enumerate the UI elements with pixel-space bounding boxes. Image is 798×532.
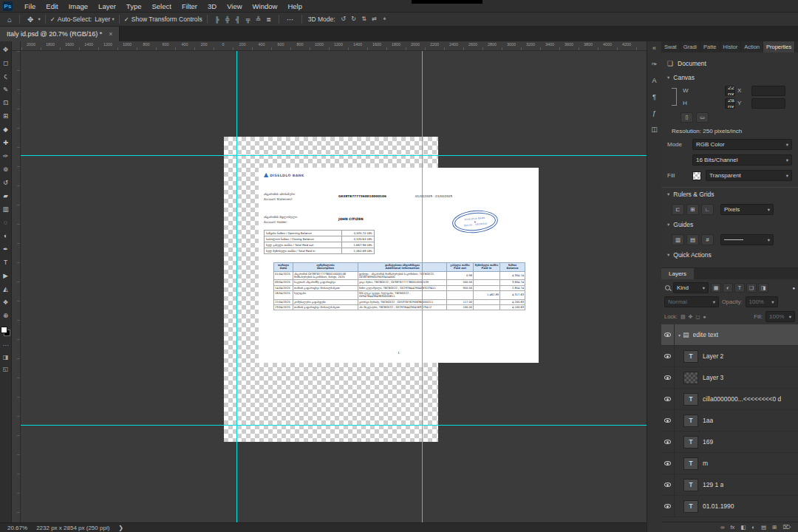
pen-tool[interactable]: ✒: [0, 242, 12, 256]
text-layer-thumbnail[interactable]: T: [683, 500, 698, 513]
history-brush-tool[interactable]: ↺: [0, 176, 12, 189]
visibility-toggle[interactable]: [661, 453, 675, 474]
edit-toolbar-icon[interactable]: ⋯: [0, 339, 12, 351]
show-transform-controls-checkbox[interactable]: ✓ Show Transform Controls: [124, 16, 202, 23]
collapse-panels-icon[interactable]: «: [652, 44, 656, 52]
dodge-tool[interactable]: ◐: [0, 229, 12, 242]
visibility-toggle[interactable]: [661, 496, 675, 516]
lock-all-icon[interactable]: ●: [703, 314, 706, 320]
gradient-tool[interactable]: ▥: [0, 202, 12, 216]
layer-name[interactable]: m: [703, 460, 708, 467]
clone-stamp-tool[interactable]: ⊚: [0, 163, 12, 176]
text-layer-thumbnail[interactable]: T: [683, 457, 698, 470]
layer-row[interactable]: Layer 3: [661, 367, 798, 389]
rulers-grids-section-header[interactable]: ▾ Rulers & Grids: [667, 188, 792, 201]
menu-type[interactable]: Type: [121, 2, 147, 10]
auto-select-target-dropdown[interactable]: Layer ▾: [95, 16, 115, 23]
visibility-toggle[interactable]: [661, 432, 675, 452]
menu-3d[interactable]: 3D: [202, 2, 222, 10]
bit-depth-dropdown[interactable]: 16 Bits/Channel ▾: [692, 154, 792, 166]
lock-image-icon[interactable]: ◻: [695, 314, 700, 320]
new-layer-icon[interactable]: ⊞: [772, 524, 777, 531]
pixel-filter-icon[interactable]: ▦: [711, 283, 721, 293]
quick-actions-section-header[interactable]: ▾ Quick Actions: [667, 248, 792, 262]
snap-toggle-icon[interactable]: ∟: [701, 204, 714, 215]
tab-properties[interactable]: Properties: [763, 41, 795, 52]
layer-row[interactable]: T m: [661, 453, 798, 474]
guides-section-header[interactable]: ▾ Guides: [667, 218, 792, 231]
menu-edit[interactable]: Edit: [41, 2, 63, 10]
x-field[interactable]: [751, 86, 785, 96]
layer-name[interactable]: edite text: [693, 331, 719, 338]
add-guide-icon[interactable]: ▥: [672, 234, 684, 245]
group-expand-chevron-icon[interactable]: ▾: [678, 332, 681, 338]
quick-mask-icon[interactable]: ◨: [0, 351, 12, 363]
align-right-icon[interactable]: ╣: [233, 16, 243, 23]
guide-horizontal-1[interactable]: [21, 155, 647, 156]
guide-vertical-1[interactable]: [236, 51, 237, 522]
vertical-ruler[interactable]: [12, 51, 21, 522]
crop-tool[interactable]: ⊡: [0, 96, 12, 109]
paragraph-panel-icon[interactable]: ¶: [652, 93, 656, 100]
brush-settings-icon[interactable]: ✑: [652, 61, 658, 68]
layer-effects-icon[interactable]: fx: [731, 524, 735, 531]
lasso-tool[interactable]: ς: [0, 69, 12, 83]
guide-horizontal-2[interactable]: [21, 425, 647, 426]
portrait-orientation-icon[interactable]: ▯: [681, 112, 693, 123]
layer-name[interactable]: 1aa: [703, 417, 713, 424]
canvas-fill-dropdown[interactable]: Transparent ▾: [706, 170, 792, 181]
horizontal-ruler[interactable]: 2000180016001400120010008006004002000200…: [21, 41, 647, 51]
blur-tool[interactable]: ◌: [0, 216, 12, 229]
menu-image[interactable]: Image: [64, 2, 93, 10]
distribute-icon[interactable]: ≣: [264, 16, 274, 23]
menu-view[interactable]: View: [222, 2, 247, 10]
blend-mode-dropdown[interactable]: Normal ▾: [664, 296, 719, 307]
healing-brush-tool[interactable]: ✚: [0, 136, 12, 149]
glyphs-panel-icon[interactable]: ƒ: [652, 109, 656, 117]
zoom-level-field[interactable]: 20.67%: [7, 525, 27, 531]
clear-guides-icon[interactable]: #: [701, 234, 714, 245]
layer-name[interactable]: 01.01.1990: [703, 502, 734, 510]
move-tool[interactable]: ✥: [0, 43, 12, 56]
shape-filter-icon[interactable]: ❏: [746, 283, 757, 293]
layer-name[interactable]: Layer 2: [703, 352, 723, 360]
tab-histogram[interactable]: Histor: [720, 41, 742, 52]
visibility-toggle[interactable]: [661, 346, 675, 366]
link-layers-icon[interactable]: ∞: [720, 524, 724, 531]
guide-vertical-2[interactable]: [422, 51, 423, 522]
color-mode-dropdown[interactable]: RGB Color ▾: [692, 139, 792, 150]
visibility-toggle[interactable]: [661, 367, 675, 388]
ruler-toggle-icon[interactable]: ⊏: [672, 204, 684, 215]
text-layer-thumbnail[interactable]: T: [683, 350, 698, 363]
menu-select[interactable]: Select: [146, 2, 176, 10]
libraries-panel-icon[interactable]: ◫: [651, 126, 658, 133]
align-bottom-icon[interactable]: ╩: [253, 16, 264, 23]
visibility-toggle[interactable]: [661, 389, 675, 409]
menu-help[interactable]: Help: [282, 2, 307, 10]
layer-row[interactable]: T 169: [661, 432, 798, 453]
layer-fill-dropdown[interactable]: 100% ▾: [765, 311, 795, 322]
align-top-icon[interactable]: ╦: [243, 16, 253, 23]
layer-mask-icon[interactable]: ◧: [740, 524, 746, 531]
orbit-3d-icon[interactable]: ↺: [338, 16, 349, 23]
layer-name[interactable]: cilla0000000...<<<<<<<<0 d: [703, 395, 781, 403]
quick-selection-tool[interactable]: ✎: [0, 83, 12, 96]
move-tool-preset-icon[interactable]: ✥: [24, 16, 36, 24]
tab-patterns[interactable]: Patte: [700, 41, 720, 52]
grid-toggle-icon[interactable]: ⊞: [686, 204, 699, 215]
pan-3d-icon[interactable]: ⇅: [359, 16, 369, 23]
y-field[interactable]: [751, 98, 785, 109]
delete-layer-icon[interactable]: ⌦: [782, 524, 791, 531]
slide-3d-icon[interactable]: ⇄: [369, 16, 380, 23]
landscape-orientation-icon[interactable]: ▭: [696, 112, 709, 123]
layer-name[interactable]: 129 1 a: [703, 481, 723, 488]
tab-actions[interactable]: Action: [741, 41, 763, 52]
layer-row[interactable]: T cilla0000000...<<<<<<<<0 d: [661, 389, 798, 410]
link-dimensions-icon[interactable]: [672, 88, 677, 106]
fill-swatch-icon[interactable]: [692, 171, 701, 180]
more-options-icon[interactable]: ⋯: [284, 16, 297, 24]
align-center-h-icon[interactable]: ╬: [222, 16, 233, 23]
width-field[interactable]: 2232 px: [725, 86, 735, 96]
image-layer-thumbnail[interactable]: [683, 372, 698, 384]
guide-layout-icon[interactable]: ▤: [686, 234, 699, 245]
